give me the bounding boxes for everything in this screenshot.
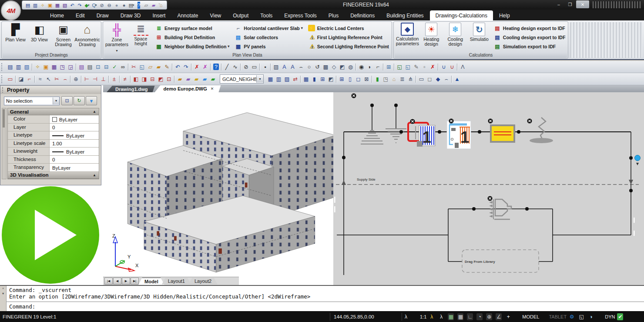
- video-play-button[interactable]: [2, 186, 99, 284]
- save-drawing-button[interactable]: ▦: [50, 63, 58, 71]
- qa-help-icon[interactable]: ?: [135, 2, 142, 9]
- print-preview-button[interactable]: ⊡: [94, 63, 102, 71]
- axonometric-drawing-button[interactable]: Axonometric Drawing: [75, 22, 99, 47]
- coordinates-display[interactable]: 144.05,25.85,0.00: [330, 313, 402, 321]
- polar-toggle-icon[interactable]: ◔: [476, 312, 485, 321]
- app-logo[interactable]: 4M: [1, 0, 21, 20]
- property-value[interactable]: ByLayer: [50, 148, 99, 155]
- qa-plot-icon[interactable]: ◆: [84, 2, 91, 9]
- menu-tab-draw3d[interactable]: Draw 3D: [115, 10, 147, 20]
- block-selector-combobox[interactable]: GCAD_NEIGHB ▾: [220, 74, 264, 84]
- window-grid-button[interactable]: ⊞: [338, 75, 346, 84]
- structure-tree-button[interactable]: ⋔: [406, 75, 415, 84]
- command-input[interactable]: Command:: [9, 303, 644, 310]
- horizontal-cantilever-slab-button[interactable]: Horizontal cantilever Slab: [235, 23, 302, 33]
- qa-render-shaded-icon[interactable]: ●: [113, 2, 120, 9]
- osnap-toggle-icon[interactable]: ⊕: [486, 312, 495, 321]
- undo-button[interactable]: ↶: [174, 63, 182, 71]
- first-layout-button[interactable]: |◀: [104, 278, 113, 285]
- menu-tab-tools[interactable]: Tools: [255, 10, 278, 20]
- qa-zoom-icon[interactable]: Q: [91, 2, 98, 9]
- polyline-tool-button[interactable]: ∿: [231, 63, 239, 71]
- quick-view-icon[interactable]: ◱: [578, 312, 587, 321]
- building-model-button[interactable]: ⌂: [390, 75, 398, 84]
- wall-reverse-button[interactable]: ⇄: [291, 75, 299, 84]
- property-panel-header[interactable]: Property: [0, 86, 101, 94]
- paste-button[interactable]: ▱: [146, 63, 154, 71]
- yellow-plant-component[interactable]: [491, 125, 514, 142]
- pick-add-toggle-button[interactable]: ⊡: [61, 96, 73, 105]
- arc-tool-button[interactable]: ⌢: [297, 63, 305, 71]
- dim-edit-5-button[interactable]: ⊡: [165, 75, 173, 84]
- delete-duplicates-button[interactable]: ✗: [429, 63, 437, 71]
- qa-export-icon[interactable]: ▱: [143, 2, 150, 9]
- bld-sheet-button[interactable]: ▧: [23, 63, 31, 71]
- combobox-dropdown-icon[interactable]: ▾: [256, 75, 263, 83]
- extend-tool-button[interactable]: ⌢: [61, 75, 69, 84]
- donut-tool-button[interactable]: ◉: [357, 63, 366, 71]
- wall-hatch-button[interactable]: ▨: [283, 75, 291, 84]
- heating-design-button[interactable]: Heating design: [419, 22, 443, 53]
- qa-redo-icon[interactable]: ↷: [76, 2, 83, 9]
- redo-view-button[interactable]: ∪: [448, 63, 456, 71]
- quick-access-overflow-button[interactable]: ▾: [158, 2, 161, 6]
- status-ok-icon[interactable]: ✔: [617, 312, 626, 321]
- property-scrollbar[interactable]: [2, 108, 7, 179]
- arc-wall-tool-button[interactable]: ⌢: [442, 75, 450, 84]
- rectangle-tool-button[interactable]: ▭: [250, 63, 258, 71]
- selection-dropdown[interactable]: No selection ▾: [4, 97, 60, 105]
- annotation-scale-icon[interactable]: λ: [403, 312, 412, 321]
- slab-tool-button[interactable]: ▭: [417, 75, 426, 84]
- spell-check-button[interactable]: ✓: [111, 63, 119, 71]
- gradient-tool-button[interactable]: ◩: [338, 63, 346, 71]
- grid-toggle-icon[interactable]: ▦: [457, 312, 466, 321]
- property-value[interactable]: ByLayer: [50, 164, 99, 171]
- opening-tool-button[interactable]: ▯: [346, 75, 354, 84]
- dim-break-button[interactable]: ≠: [121, 75, 129, 84]
- plan-view-button[interactable]: Plan View: [3, 22, 27, 42]
- ortho-toggle-icon[interactable]: ∟: [467, 312, 476, 321]
- dim-vertical-button[interactable]: ⊣: [91, 75, 99, 84]
- clean-screen-icon[interactable]: ◑: [588, 312, 597, 321]
- document-tab-demo-europe[interactable]: demo Europe.DWG✕: [155, 85, 221, 92]
- restore-button[interactable]: ❐: [565, 0, 575, 8]
- dim-linear-button[interactable]: ⊢: [83, 75, 91, 84]
- print-button[interactable]: ▤: [86, 63, 94, 71]
- menu-tab-edit[interactable]: Edit: [70, 10, 91, 20]
- layout-tab-layout2[interactable]: Layout2: [188, 278, 218, 285]
- water-drop-icon[interactable]: [635, 155, 641, 166]
- region-tool-button[interactable]: ▩: [322, 63, 330, 71]
- section-header-general[interactable]: General ▲: [8, 108, 99, 115]
- paste-special-button[interactable]: ▰: [154, 63, 163, 71]
- qa-render-wire-icon[interactable]: ⊘: [98, 2, 105, 9]
- rectang-tool-button[interactable]: ▭: [6, 75, 14, 84]
- page-setup-button[interactable]: ⊟: [102, 63, 111, 71]
- property-value[interactable]: 0: [50, 124, 99, 131]
- menu-tab-insert[interactable]: Insert: [147, 10, 171, 20]
- property-value[interactable]: 1.00: [50, 140, 99, 148]
- mtext-tool-button[interactable]: A: [288, 63, 297, 71]
- qa-save-icon[interactable]: ▦: [54, 2, 61, 9]
- wall-tool-button[interactable]: ▦: [266, 75, 275, 84]
- layer-tool-4-button[interactable]: ▰: [201, 75, 209, 84]
- simulation-button[interactable]: Simulatio: [467, 22, 491, 53]
- command-close-button[interactable]: ✕: [2, 287, 4, 290]
- copy-objects-button[interactable]: ◱: [396, 63, 404, 71]
- model-space-label[interactable]: MODEL: [515, 312, 540, 321]
- qa-saveas-icon[interactable]: ▧: [61, 2, 68, 9]
- edit-block-button[interactable]: ✎: [412, 63, 420, 71]
- cooling-design-button[interactable]: Cooling design: [443, 22, 467, 53]
- paste-original-button[interactable]: ▫: [420, 63, 429, 71]
- document-tab-drawing1[interactable]: Drawing1.dwg✕: [107, 86, 155, 92]
- grip-edit-button[interactable]: ↖: [44, 75, 53, 84]
- menu-tab-help[interactable]: Help: [493, 10, 516, 20]
- wall-section-button[interactable]: ◩: [327, 75, 335, 84]
- space-height-button[interactable]: Space height: [129, 22, 153, 53]
- menu-tab-building-entities[interactable]: Building Entities: [381, 10, 429, 20]
- tower-symbol[interactable]: [386, 129, 406, 143]
- tab-close-icon[interactable]: ✕: [211, 87, 214, 91]
- window-edit-button[interactable]: ⊠: [362, 75, 371, 84]
- property-value[interactable]: 0: [50, 156, 99, 164]
- qa-bld-new-icon[interactable]: ▤: [24, 2, 31, 9]
- qa-open-icon[interactable]: ▣: [47, 2, 54, 9]
